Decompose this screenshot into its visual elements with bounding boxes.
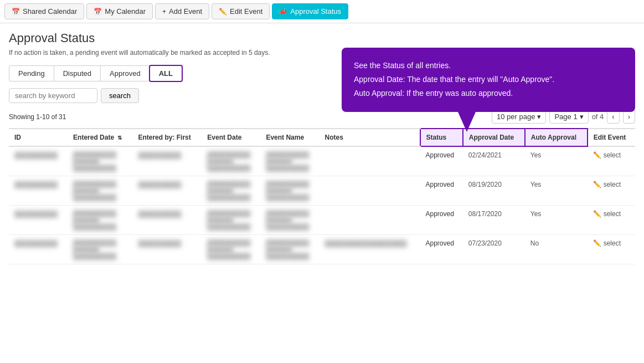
table-cell: ██████████ — [132, 235, 202, 264]
table-cell-auto-approval: Yes — [525, 206, 588, 235]
table-cell-auto-approval: Yes — [525, 176, 588, 206]
col-event-date: Event Date — [202, 129, 260, 146]
showing-text: Showing 1-10 of 31 — [9, 113, 66, 121]
sort-icon: ⇅ — [117, 135, 122, 141]
table-cell: ██████████ ██████ ██████████ — [202, 235, 260, 264]
nav-add-event[interactable]: + Add Event — [155, 3, 209, 19]
per-page-select[interactable]: 10 per page ▾ — [492, 110, 546, 124]
tooltip-line2: Approval Date: The date that the entry w… — [354, 73, 623, 86]
select-link[interactable]: ✏️ select — [593, 239, 630, 247]
table-cell-edit: ✏️ select — [588, 146, 635, 176]
pencil-icon: ✏️ — [593, 210, 601, 218]
col-entered-date[interactable]: Entered Date ⇅ — [68, 129, 132, 146]
pencil-icon: ✏️ — [219, 8, 227, 16]
table-cell-edit: ✏️ select — [588, 235, 635, 264]
filter-tab-approved[interactable]: Approved — [100, 65, 150, 81]
table-cell: ██████████ ██████ ██████████ — [68, 176, 132, 206]
filter-tab-all[interactable]: ALL — [149, 65, 183, 82]
col-edit-event: Edit Event — [588, 129, 635, 146]
table-cell: ██████████ ██████ ██████████ — [260, 206, 319, 235]
plus-icon: + — [162, 8, 166, 16]
select-link[interactable]: ✏️ select — [593, 151, 630, 159]
of-text: of 4 — [592, 113, 604, 121]
nav-my-calendar[interactable]: 📅 My Calendar — [86, 3, 153, 19]
table-cell: ██████████ ██████ ██████████ — [68, 146, 132, 176]
nav-approval-status[interactable]: 📣 Approval Status — [272, 3, 348, 19]
next-page-button[interactable]: › — [623, 110, 635, 124]
select-link[interactable]: ✏️ select — [593, 181, 630, 188]
col-status: Status — [420, 129, 463, 146]
tooltip-line3: Auto Approval: If the entry was auto app… — [354, 86, 623, 100]
tooltip-line1: See the Status of all entries. — [354, 59, 623, 73]
table-cell: ██████████ — [9, 206, 68, 235]
table-cell: ██████████ — [132, 146, 202, 176]
filter-tab-disputed[interactable]: Disputed — [54, 65, 100, 81]
table-cell-edit: ✏️ select — [588, 176, 635, 206]
table-cell: ██████████ — [132, 206, 202, 235]
table-cell-auto-approval: No — [525, 235, 588, 264]
table-cell-notes: ███████████████████ — [319, 235, 420, 264]
table-cell: ██████████ ██████ ██████████ — [260, 176, 319, 206]
pencil-icon: ✏️ — [593, 181, 601, 188]
table-cell: ██████████ ██████ ██████████ — [260, 146, 319, 176]
table-cell-edit: ✏️ select — [588, 206, 635, 235]
col-auto-approval: Auto Approval — [525, 129, 588, 146]
select-link[interactable]: ✏️ select — [593, 210, 630, 218]
table-cell-status: Approved — [420, 235, 463, 264]
table-cell: ██████████ ██████ ██████████ — [202, 206, 260, 235]
table-cell-notes — [319, 176, 420, 206]
megaphone-icon: 📣 — [279, 8, 287, 16]
pencil-icon: ✏️ — [593, 151, 601, 159]
pencil-icon: ✏️ — [593, 239, 601, 247]
page-title: Approval Status — [9, 31, 635, 45]
table-row: ██████████ ██████████ ██████ ██████████ … — [9, 235, 635, 264]
table-cell-status: Approved — [420, 176, 463, 206]
table-cell-notes — [319, 146, 420, 176]
table-cell-status: Approved — [420, 146, 463, 176]
tooltip-arrow — [458, 112, 476, 132]
pagination: 10 per page ▾ Page 1 ▾ of 4 ‹ › — [492, 110, 635, 124]
calendar-icon: 📅 — [12, 8, 20, 16]
search-input[interactable] — [9, 88, 97, 103]
table-cell: ██████████ — [9, 146, 68, 176]
filter-tab-pending[interactable]: Pending — [9, 65, 54, 81]
col-notes: Notes — [319, 129, 420, 146]
table-cell-notes — [319, 206, 420, 235]
table-cell-approval-date: 08/19/2020 — [463, 176, 525, 206]
main-content: Approval Status If no action is taken, a… — [0, 23, 644, 272]
table-cell-approval-date: 08/17/2020 — [463, 206, 525, 235]
table-row: ██████████ ██████████ ██████ ██████████ … — [9, 146, 635, 176]
table-row: ██████████ ██████████ ██████ ██████████ … — [9, 176, 635, 206]
nav-shared-calendar[interactable]: 📅 Shared Calendar — [4, 3, 84, 19]
nav-bar: 📅 Shared Calendar 📅 My Calendar + Add Ev… — [0, 0, 644, 23]
table-row: ██████████ ██████████ ██████ ██████████ … — [9, 206, 635, 235]
table-cell: ██████████ — [132, 176, 202, 206]
prev-page-button[interactable]: ‹ — [607, 110, 619, 124]
table-cell-auto-approval: Yes — [525, 146, 588, 176]
table-cell-status: Approved — [420, 206, 463, 235]
table-cell: ██████████ — [9, 235, 68, 264]
table-cell-approval-date: 07/23/2020 — [463, 235, 525, 264]
col-id: ID — [9, 129, 68, 146]
table-cell: ██████████ ██████ ██████████ — [260, 235, 319, 264]
table-cell: ██████████ ██████ ██████████ — [202, 176, 260, 206]
table-cell: ██████████ ██████ ██████████ — [68, 206, 132, 235]
table-cell: ██████████ ██████ ██████████ — [202, 146, 260, 176]
chevron-down-icon: ▾ — [537, 113, 541, 121]
page-select[interactable]: Page 1 ▾ — [549, 110, 588, 124]
showing-row: Showing 1-10 of 31 10 per page ▾ Page 1 … — [9, 110, 635, 124]
table-cell: ██████████ ██████ ██████████ — [68, 235, 132, 264]
col-entered-by: Entered by: First — [132, 129, 202, 146]
data-table: ID Entered Date ⇅ Entered by: First Even… — [9, 128, 635, 264]
calendar-icon-2: 📅 — [94, 8, 102, 16]
table-cell-approval-date: 02/24/2021 — [463, 146, 525, 176]
nav-edit-event[interactable]: ✏️ Edit Event — [212, 3, 270, 19]
chevron-down-icon-2: ▾ — [580, 113, 584, 121]
col-event-name: Event Name — [260, 129, 319, 146]
tooltip-box: See the Status of all entries. Approval … — [342, 48, 635, 112]
search-button[interactable]: search — [101, 88, 139, 103]
table-cell: ██████████ — [9, 176, 68, 206]
table-header-row: ID Entered Date ⇅ Entered by: First Even… — [9, 129, 635, 146]
